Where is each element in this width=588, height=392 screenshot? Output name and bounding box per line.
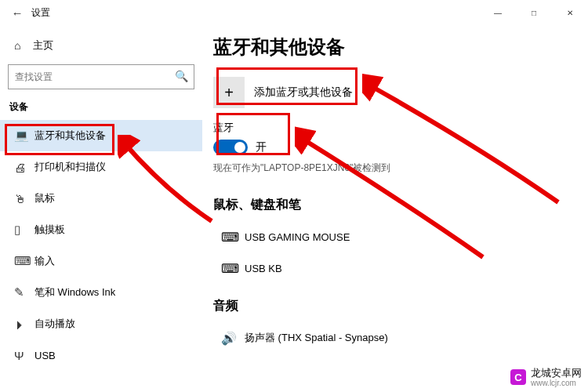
keyboard-icon: ⌨: [14, 254, 34, 268]
home-label: 主页: [33, 38, 53, 53]
device-row[interactable]: ⌨ USB GAMING MOUSE: [213, 221, 566, 252]
sidebar: ⌂ 主页 🔍 设备 💻 蓝牙和其他设备 🖨 打印机和扫描仪 🖱: [0, 25, 202, 392]
sidebar-item-printers[interactable]: 🖨 打印机和扫描仪: [0, 151, 202, 183]
printer-icon: 🖨: [14, 161, 34, 174]
sidebar-item-label: 笔和 Windows Ink: [34, 285, 115, 299]
mouse-keyboard-pen-heading: 鼠标、键盘和笔: [213, 197, 566, 213]
sidebar-item-bluetooth[interactable]: 💻 蓝牙和其他设备: [0, 120, 202, 151]
keyboard-icon: ⌨: [221, 261, 245, 276]
sidebar-item-label: 鼠标: [34, 191, 55, 205]
device-name: 扬声器 (THX Spatial - Synapse): [245, 331, 388, 345]
add-device-label: 添加蓝牙或其他设备: [254, 85, 353, 100]
sidebar-item-autoplay[interactable]: ⏵ 自动播放: [0, 308, 202, 339]
speaker-icon: 🔊: [221, 331, 245, 346]
plus-icon: +: [213, 77, 245, 108]
minimize-button[interactable]: —: [480, 0, 516, 25]
window-title: 设置: [31, 6, 50, 20]
search-input[interactable]: [8, 64, 194, 89]
watermark-line2: www.lcjr.com: [531, 379, 582, 387]
sidebar-item-mouse[interactable]: 🖱 鼠标: [0, 183, 202, 214]
sidebar-item-label: 输入: [34, 254, 55, 268]
watermark: C 龙城安卓网 www.lcjr.com: [510, 368, 582, 387]
home-icon: ⌂: [14, 39, 33, 52]
device-row[interactable]: ⌨ USB KB: [213, 252, 566, 284]
content-pane: 蓝牙和其他设备 + 添加蓝牙或其他设备 蓝牙 开 现在可作为"LAPTOP-8P…: [202, 25, 588, 392]
usb-icon: Ψ: [14, 349, 34, 362]
sidebar-item-typing[interactable]: ⌨ 输入: [0, 245, 202, 277]
pen-icon: ✎: [14, 285, 34, 299]
home-link[interactable]: ⌂ 主页: [8, 31, 194, 60]
audio-heading: 音频: [213, 298, 566, 314]
search-box[interactable]: 🔍: [8, 64, 194, 89]
device-name: USB GAMING MOUSE: [245, 231, 350, 243]
add-device-button[interactable]: + 添加蓝牙或其他设备: [213, 77, 566, 108]
discoverable-text: 现在可作为"LAPTOP-8PE1XJN0"被检测到: [213, 162, 566, 175]
section-label: 设备: [8, 100, 194, 120]
bluetooth-toggle-state: 开: [256, 140, 267, 154]
sidebar-item-label: 触摸板: [34, 223, 65, 237]
touchpad-icon: ▯: [14, 223, 34, 237]
autoplay-icon: ⏵: [14, 318, 34, 331]
sidebar-item-label: 蓝牙和其他设备: [34, 129, 106, 143]
bluetooth-devices-icon: 💻: [14, 129, 34, 143]
sidebar-item-touchpad[interactable]: ▯ 触摸板: [0, 214, 202, 245]
back-button[interactable]: ←: [6, 6, 28, 20]
sidebar-item-label: 打印机和扫描仪: [34, 160, 106, 174]
keyboard-icon: ⌨: [221, 230, 245, 245]
sidebar-item-pen[interactable]: ✎ 笔和 Windows Ink: [0, 277, 202, 308]
device-name: USB KB: [245, 263, 282, 274]
watermark-logo-icon: C: [510, 369, 526, 385]
device-row[interactable]: 🔊 扬声器 (THX Spatial - Synapse): [213, 322, 566, 354]
sidebar-item-label: 自动播放: [34, 317, 75, 331]
close-button[interactable]: ✕: [552, 0, 588, 25]
watermark-line1: 龙城安卓网: [531, 368, 582, 379]
mouse-icon: 🖱: [14, 192, 34, 205]
page-title: 蓝牙和其他设备: [213, 34, 566, 60]
maximize-button[interactable]: □: [516, 0, 552, 25]
bluetooth-section-label: 蓝牙: [213, 121, 566, 135]
sidebar-item-usb[interactable]: Ψ USB: [0, 339, 202, 371]
bluetooth-toggle[interactable]: [213, 140, 248, 155]
sidebar-item-label: USB: [34, 350, 56, 361]
